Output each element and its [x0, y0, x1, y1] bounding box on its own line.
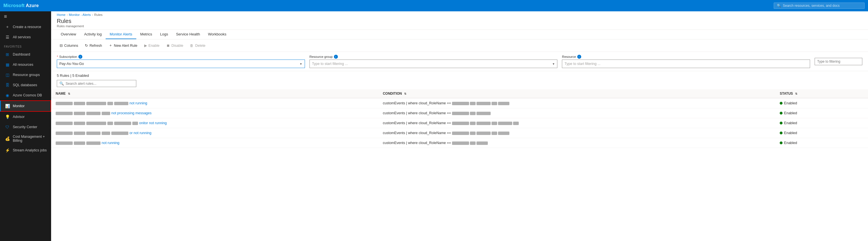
dashboard-icon: ⊞ — [5, 52, 10, 57]
table-cell-condition: customEvents | where cloud_RoleName == — [378, 98, 775, 108]
column-header-status[interactable]: STATUS ⇅ — [775, 89, 868, 98]
status-text: Enabled — [784, 121, 797, 125]
blurred-name-segment — [86, 112, 100, 115]
sidebar-cost-management-label: Cost Management + Billing — [13, 135, 47, 143]
blurred-condition-segment — [470, 102, 475, 105]
rule-name-link[interactable]: not processing messages — [111, 111, 152, 115]
delete-label: Delete — [195, 44, 205, 48]
sidebar-item-monitor[interactable]: 📊 Monitor — [0, 100, 51, 112]
sidebar-collapse-button[interactable]: ≡ — [0, 11, 51, 22]
breadcrumb: Home › Monitor - Alerts › Rules — [57, 13, 862, 16]
blurred-name-segment — [102, 112, 110, 115]
search-rules-icon: 🔍 — [59, 81, 64, 85]
blurred-name-segment — [74, 112, 85, 115]
new-alert-label: New Alert Rule — [114, 44, 137, 48]
blurred-condition-segment — [452, 102, 469, 105]
sidebar-item-all-resources[interactable]: ▦ All resources — [0, 60, 51, 70]
new-alert-rule-button[interactable]: ＋ New Alert Rule — [106, 42, 140, 49]
blurred-condition-segment — [492, 122, 497, 125]
blurred-name-segment — [56, 132, 73, 135]
search-rules-input[interactable] — [66, 82, 134, 85]
delete-button[interactable]: 🗑 Delete — [187, 42, 208, 49]
column-header-condition[interactable]: CONDITION ⇅ — [378, 89, 775, 98]
sidebar-item-security-center[interactable]: 🛡 Security Center — [0, 122, 51, 132]
blurred-condition-segment — [476, 141, 488, 145]
logo-microsoft: Microsoft — [3, 3, 25, 8]
breadcrumb-rules: Rules — [94, 13, 102, 16]
column-header-name[interactable]: NAME ⇅ — [51, 89, 378, 98]
resource-input[interactable]: Type to start filtering ... — [562, 60, 810, 68]
blurred-name-segment — [114, 102, 128, 105]
sidebar-item-stream-analytics[interactable]: ⚡ Stream Analytics jobs — [0, 145, 51, 156]
sidebar-sql-databases-label: SQL databases — [13, 83, 37, 87]
blurred-condition-segment — [498, 132, 509, 135]
sidebar-resource-groups-label: Resource groups — [13, 73, 40, 77]
sidebar-item-resource-groups[interactable]: ◫ Resource groups — [0, 70, 51, 80]
breadcrumb-home[interactable]: Home — [57, 13, 66, 16]
plus-icon: ＋ — [5, 24, 10, 30]
blurred-condition-segment — [498, 102, 509, 105]
tab-activity-log[interactable]: Activity log — [80, 30, 105, 39]
tab-logs[interactable]: Logs — [156, 30, 172, 39]
logo-azure: Azure — [26, 3, 39, 8]
blurred-condition-segment — [452, 141, 469, 145]
rule-name-link[interactable]: or not running — [129, 131, 151, 135]
disable-button[interactable]: ⏹ Disable — [163, 42, 186, 49]
tab-metrics[interactable]: Metrics — [136, 30, 156, 39]
resource-group-chevron-icon: ▼ — [552, 62, 555, 66]
refresh-button[interactable]: ↻ Refresh — [82, 42, 105, 49]
global-search-box[interactable]: 🔍 Search resources, services, and docs — [774, 3, 865, 9]
sidebar-item-dashboard[interactable]: ⊞ Dashboard — [0, 49, 51, 60]
resource-group-dropdown[interactable]: Type to start filtering ... ▼ — [309, 60, 558, 68]
table-header-row: NAME ⇅ CONDITION ⇅ STATUS ⇅ — [51, 89, 868, 98]
columns-button[interactable]: ⊟ Columns — [57, 42, 81, 49]
enable-button[interactable]: ▶ Enable — [142, 42, 162, 49]
condition-sort-icon: ⇅ — [404, 92, 406, 95]
table-cell-name: not running — [51, 98, 378, 108]
blurred-condition-segment — [498, 122, 512, 125]
table-cell-condition: customEvents | where cloud_RoleName == — [378, 108, 775, 118]
blurred-condition-segment — [470, 132, 475, 135]
rule-name-link[interactable]: not running — [102, 141, 120, 145]
sidebar-all-services-label: All services — [13, 35, 31, 39]
tab-overview[interactable]: Overview — [57, 30, 80, 39]
refresh-icon: ↻ — [85, 43, 88, 48]
rule-name-link[interactable]: not running — [129, 101, 147, 105]
blurred-name-segment — [114, 122, 131, 125]
blurred-name-segment — [56, 112, 73, 115]
blurred-name-segment — [56, 141, 73, 145]
status-enabled-dot — [780, 141, 782, 144]
sidebar-item-all-services[interactable]: ☰ All services — [0, 32, 51, 42]
table-cell-status: Enabled — [775, 98, 868, 108]
sidebar-create-resource-label: Create a resource — [13, 25, 41, 29]
cost-management-icon: 💰 — [5, 136, 10, 141]
resource-placeholder: Type to start filtering ... — [564, 62, 600, 66]
subscription-chevron-icon: ▼ — [300, 62, 302, 66]
page-subtitle: Rules management — [57, 24, 862, 30]
rule-name-link[interactable]: onitor not running — [139, 121, 167, 125]
top-navigation-bar: Microsoft Azure 🔍 Search resources, serv… — [0, 0, 868, 11]
search-rules-box[interactable]: 🔍 — [57, 80, 136, 87]
sidebar-item-azure-cosmos-db[interactable]: ◉ Azure Cosmos DB — [0, 90, 51, 100]
condition-text: customEvents | where cloud_RoleName == — [383, 141, 452, 145]
tab-alerts[interactable]: Monitor Alerts — [105, 30, 136, 39]
sidebar-item-advisor[interactable]: 💡 Advisor — [0, 112, 51, 122]
type-to-filter-input[interactable] — [815, 58, 862, 65]
right-filter-area — [815, 58, 862, 65]
sidebar-item-sql-databases[interactable]: 🗄 SQL databases — [0, 80, 51, 90]
table-cell-name: not running — [51, 138, 378, 148]
table-cell-condition: customEvents | where cloud_RoleName == — [378, 128, 775, 138]
tab-workbooks[interactable]: Workbooks — [204, 30, 230, 39]
sidebar-item-cost-management[interactable]: 💰 Cost Management + Billing — [0, 132, 51, 145]
blurred-condition-segment — [476, 122, 491, 125]
sidebar: ≡ ＋ Create a resource ☰ All services FAV… — [0, 11, 51, 241]
subscription-dropdown[interactable]: Pay-As-You-Go ▼ — [57, 60, 305, 68]
sidebar-monitor-label: Monitor — [13, 104, 25, 108]
sidebar-item-create-resource[interactable]: ＋ Create a resource — [0, 22, 51, 32]
breadcrumb-monitor-alerts[interactable]: Monitor - Alerts — [69, 13, 91, 16]
status-text: Enabled — [784, 111, 797, 115]
resource-group-filter-group: Resource group i Type to start filtering… — [309, 55, 558, 68]
tab-service-health[interactable]: Service Health — [172, 30, 204, 39]
all-resources-icon: ▦ — [5, 62, 10, 67]
blurred-condition-segment — [476, 112, 491, 115]
